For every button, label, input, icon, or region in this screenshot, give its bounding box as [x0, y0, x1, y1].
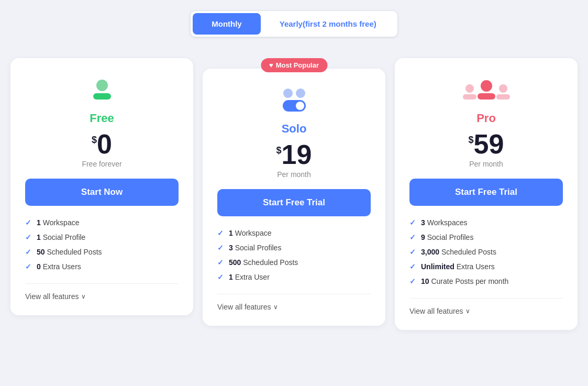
pro-cta-button[interactable]: Start Free Trial	[409, 179, 563, 206]
view-all-label: View all features	[25, 292, 79, 301]
check-icon: ✓	[217, 229, 224, 237]
check-icon: ✓	[217, 258, 224, 267]
feature-text: 50 Scheduled Posts	[37, 248, 102, 256]
free-plan-price: $ 0	[25, 130, 179, 158]
free-plan-name: Free	[25, 112, 179, 125]
solo-plan-icon	[217, 84, 371, 116]
pro-icon-left-head	[465, 84, 474, 93]
free-user-icon	[93, 80, 111, 100]
free-price-amount: 0	[97, 130, 112, 158]
pro-price-amount: 59	[474, 130, 504, 158]
feature-text: 1 Extra User	[229, 273, 270, 281]
chevron-down-icon: ∨	[81, 293, 86, 300]
check-icon: ✓	[25, 218, 31, 227]
most-popular-badge: ♥ Most Popular	[261, 58, 327, 72]
feature-num: 10	[421, 277, 429, 285]
pro-icon-left-body	[463, 94, 476, 100]
list-item: ✓ 3 Social Profiles	[217, 244, 371, 252]
check-icon: ✓	[25, 248, 31, 256]
check-icon: ✓	[409, 248, 416, 256]
pro-icon-right-person	[496, 84, 510, 100]
pro-icon-center-person	[478, 80, 495, 100]
pro-price-symbol: $	[469, 135, 474, 146]
list-item: ✓ 50 Scheduled Posts	[25, 248, 179, 256]
pro-icon-center-head	[481, 80, 492, 92]
feature-text: 3 Workspaces	[421, 218, 467, 227]
chevron-down-icon: ∨	[465, 307, 470, 315]
list-item: ✓ 9 Social Profiles	[409, 233, 563, 241]
solo-plan-price: $ 19	[217, 141, 371, 168]
solo-price-period: Per month	[217, 170, 371, 179]
pro-icon-right-head	[499, 84, 507, 93]
list-item: ✓ 3,000 Scheduled Posts	[409, 248, 563, 256]
check-icon: ✓	[25, 233, 31, 241]
solo-cta-button[interactable]: Start Free Trial	[217, 189, 371, 216]
heart-icon: ♥	[269, 61, 273, 69]
list-item: ✓ 10 Curate Posts per month	[409, 277, 563, 285]
solo-plan-name: Solo	[217, 122, 371, 136]
yearly-toggle-button[interactable]: Yearly(first 2 months free)	[261, 13, 395, 35]
solo-user-icon	[283, 89, 306, 112]
pro-group-icon	[463, 80, 510, 100]
pro-plan-card: Pro $ 59 Per month Start Free Trial ✓ 3 …	[395, 58, 578, 330]
feature-num: 0	[37, 262, 41, 271]
feature-num: 1	[229, 229, 233, 237]
check-icon: ✓	[409, 233, 416, 241]
free-plan-icon	[25, 74, 179, 105]
list-item: ✓ 3 Workspaces	[409, 218, 563, 227]
list-item: ✓ Unlimited Extra Users	[409, 262, 563, 271]
solo-plan-card: ♥ Most Popular Solo $ 19 Per month Start…	[203, 69, 385, 326]
plans-container: Free $ 0 Free forever Start Now ✓ 1 Work…	[10, 58, 578, 330]
solo-icon-head-1	[283, 89, 293, 98]
free-features-list: ✓ 1 Workspace ✓ 1 Social Profile ✓ 50 Sc…	[25, 218, 179, 271]
check-icon: ✓	[409, 277, 416, 285]
pro-plan-price: $ 59	[409, 130, 563, 158]
feature-text: 1 Social Profile	[37, 233, 85, 241]
free-plan-card: Free $ 0 Free forever Start Now ✓ 1 Work…	[10, 58, 193, 315]
chevron-down-icon: ∨	[273, 303, 278, 311]
monthly-toggle-button[interactable]: Monthly	[193, 13, 261, 35]
free-price-period: Free forever	[25, 160, 179, 168]
free-icon-head	[96, 80, 108, 91]
solo-price-symbol: $	[276, 145, 282, 156]
pro-features-list: ✓ 3 Workspaces ✓ 9 Social Profiles ✓ 3,0…	[409, 218, 563, 285]
list-item: ✓ 0 Extra Users	[25, 262, 179, 271]
feature-text: 3 Social Profiles	[229, 244, 281, 252]
solo-price-amount: 19	[282, 141, 312, 168]
list-item: ✓ 1 Social Profile	[25, 233, 179, 241]
solo-features-list: ✓ 1 Workspace ✓ 3 Social Profiles ✓ 500 …	[217, 229, 371, 281]
free-icon-body	[93, 93, 111, 100]
solo-icon-knob	[296, 102, 304, 110]
solo-icon-head-2	[296, 89, 305, 98]
list-item: ✓ 1 Workspace	[25, 218, 179, 227]
feature-num: 1	[229, 273, 233, 281]
free-view-all-button[interactable]: View all features ∨	[25, 292, 86, 301]
billing-toggle: Monthly Yearly(first 2 months free)	[190, 10, 398, 37]
free-cta-button[interactable]: Start Now	[25, 179, 179, 206]
feature-text: 3,000 Scheduled Posts	[421, 248, 496, 256]
feature-text: 500 Scheduled Posts	[229, 258, 298, 267]
pro-plan-name: Pro	[409, 112, 563, 125]
feature-text: 10 Curate Posts per month	[421, 277, 508, 285]
feature-num: 3	[229, 244, 233, 252]
feature-text: Unlimited Extra Users	[421, 262, 495, 271]
pro-icon-right-body	[496, 94, 510, 100]
pro-price-period: Per month	[409, 160, 563, 168]
solo-view-all-button[interactable]: View all features ∨	[217, 303, 278, 311]
feature-num: 3	[421, 218, 425, 227]
check-icon: ✓	[25, 262, 31, 271]
feature-num: 500	[229, 258, 241, 267]
feature-num: Unlimited	[421, 262, 454, 271]
solo-icon-heads	[283, 89, 305, 98]
view-all-label: View all features	[217, 303, 271, 311]
free-price-symbol: $	[92, 135, 97, 146]
feature-num: 50	[37, 248, 45, 256]
pro-view-all-button[interactable]: View all features ∨	[409, 307, 470, 315]
list-item: ✓ 1 Workspace	[217, 229, 371, 237]
pro-icon-center-body	[478, 93, 495, 100]
solo-icon-toggle	[283, 100, 306, 112]
check-icon: ✓	[217, 273, 224, 281]
divider	[25, 283, 179, 284]
divider	[409, 298, 563, 299]
feature-num: 3,000	[421, 248, 439, 256]
